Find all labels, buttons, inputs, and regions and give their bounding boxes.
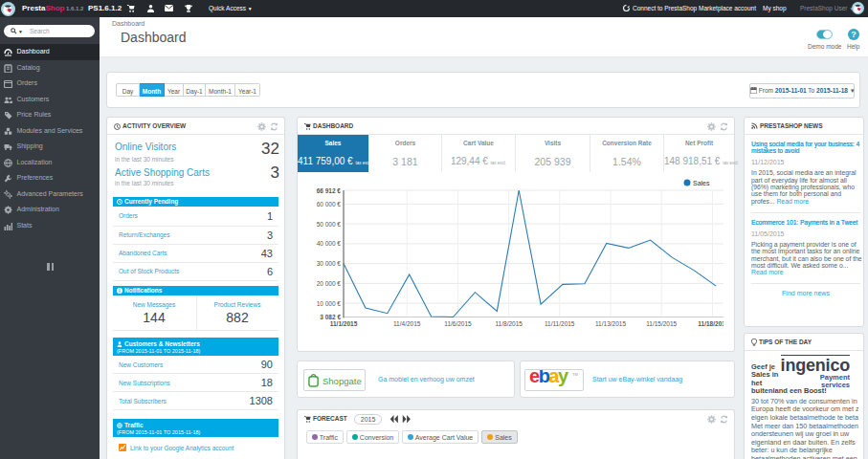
svg-text:11/11/2015: 11/11/2015 (545, 320, 575, 327)
svg-text:11/15/2015: 11/15/2015 (646, 320, 677, 327)
svg-text:Sales: Sales (693, 180, 710, 186)
svg-text:10 000 €: 10 000 € (317, 300, 342, 307)
svg-text:11/13/2015: 11/13/2015 (595, 320, 626, 327)
svg-text:11/18/2015: 11/18/2015 (698, 320, 723, 327)
svg-text:20 000 €: 20 000 € (317, 280, 342, 287)
svg-text:11/6/2015: 11/6/2015 (444, 320, 472, 327)
svg-text:66 912 €: 66 912 € (317, 187, 342, 194)
svg-text:30 000 €: 30 000 € (317, 260, 342, 267)
svg-text:40 000 €: 40 000 € (317, 240, 342, 247)
svg-text:11/4/2015: 11/4/2015 (393, 320, 421, 327)
svg-text:11/8/2015: 11/8/2015 (495, 320, 523, 327)
svg-text:11/1/2015: 11/1/2015 (330, 320, 358, 327)
svg-text:60 000 €: 60 000 € (317, 201, 342, 208)
svg-text:50 000 €: 50 000 € (317, 221, 342, 228)
svg-text:3 082 €: 3 082 € (320, 314, 341, 320)
